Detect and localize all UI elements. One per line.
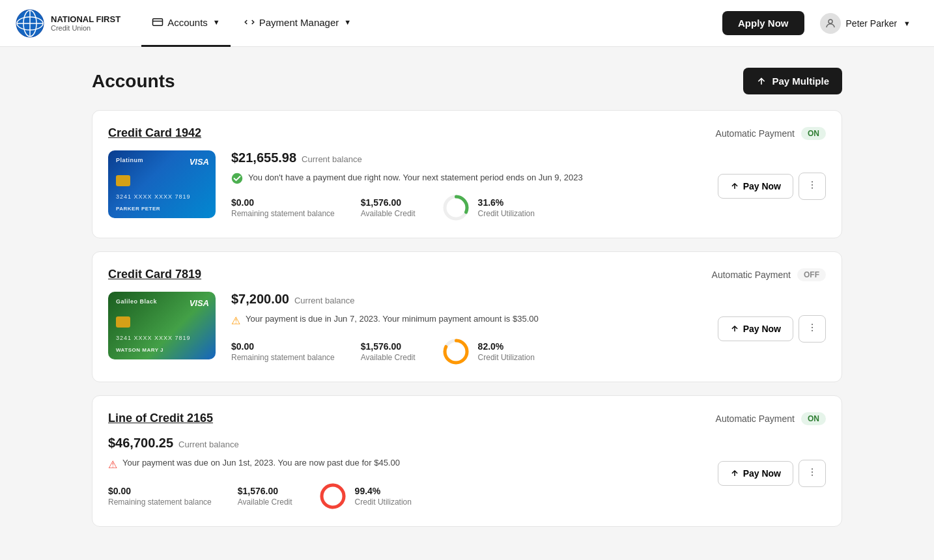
payment-manager-icon (244, 16, 255, 28)
more-options-button[interactable] (799, 315, 826, 343)
actions-row: Pay Now (718, 460, 826, 487)
utilization-label: Credit Utilization (478, 353, 535, 362)
user-avatar (820, 13, 841, 34)
card-info: $46,700.25 Current balance ⚠ Your paymen… (108, 436, 686, 510)
payment-manager-chevron: ▼ (344, 18, 351, 26)
card-type-label: Platinum (116, 157, 143, 163)
navbar: NATIONAL FIRST Credit Union Accounts ▼ P… (0, 0, 934, 47)
auto-payment-status: Automatic Payment ON (716, 412, 826, 425)
auto-payment-status: Automatic Payment OFF (712, 268, 826, 281)
notice-icon: ⚠ (231, 314, 240, 328)
available-credit-stat: $1,576.00 Available Credit (361, 197, 416, 218)
card-number-label: 3241 XXXX XXXX 7819 (116, 335, 191, 341)
current-balance: $46,700.25 (108, 436, 173, 451)
svg-point-15 (812, 188, 813, 189)
stats-row: $0.00 Remaining statement balance $1,576… (231, 337, 686, 366)
card-title[interactable]: Line of Credit 2165 (108, 412, 213, 425)
current-balance-label: Current balance (178, 440, 239, 449)
card-network-label: VISA (190, 157, 209, 167)
remaining-balance-label: Remaining statement balance (108, 497, 212, 507)
available-credit-label: Available Credit (361, 209, 416, 218)
card-body-row: Galileo Black VISA 3241 XXXX XXXX 7819 W… (108, 292, 826, 366)
svg-point-26 (812, 471, 813, 473)
auto-payment-toggle[interactable]: OFF (797, 268, 826, 281)
pay-now-button[interactable]: Pay Now (718, 316, 793, 341)
user-menu[interactable]: Peter Parker ▼ (812, 8, 918, 39)
card-chip (116, 175, 130, 186)
accounts-icon (152, 16, 163, 28)
more-options-button[interactable] (799, 173, 826, 200)
current-balance-label: Current balance (294, 296, 355, 305)
nav-payment-manager[interactable]: Payment Manager ▼ (233, 0, 361, 47)
card-info: $21,655.98 Current balance You don't hav… (231, 150, 686, 222)
notice-icon: ⚠ (108, 458, 117, 472)
more-icon (807, 467, 817, 477)
pay-now-icon (730, 324, 739, 333)
pay-now-icon (730, 469, 739, 478)
card-title[interactable]: Credit Card 7819 (108, 268, 201, 281)
utilization-label: Credit Utilization (478, 209, 535, 218)
pay-now-button[interactable]: Pay Now (718, 174, 793, 199)
svg-point-27 (812, 474, 813, 475)
card-header: Credit Card 7819 Automatic Payment OFF (108, 268, 826, 281)
remaining-balance-value: $0.00 (108, 486, 212, 496)
actions-row: Pay Now (718, 173, 826, 200)
notice-text: Your payment is due in Jun 7, 2023. Your… (246, 313, 539, 325)
remaining-balance-label: Remaining statement balance (231, 209, 335, 218)
svg-point-7 (828, 20, 832, 23)
auto-payment-label: Automatic Payment (712, 270, 791, 280)
utilization-donut (442, 193, 470, 222)
card-body-row: $46,700.25 Current balance ⚠ Your paymen… (108, 436, 826, 510)
credit-card-image: Galileo Black VISA 3241 XXXX XXXX 7819 W… (108, 292, 216, 359)
current-balance-label: Current balance (302, 154, 362, 164)
card-number-label: 3241 XXXX XXXX 7819 (116, 193, 191, 200)
user-menu-chevron: ▼ (903, 20, 911, 27)
notice-row: ⚠ Your payment is due in Jun 7, 2023. Yo… (231, 313, 686, 328)
svg-point-25 (812, 468, 813, 469)
auto-payment-label: Automatic Payment (716, 128, 795, 139)
card-holder-name: WATSON MARY J (116, 347, 163, 353)
remaining-balance-stat: $0.00 Remaining statement balance (108, 486, 212, 507)
card-title[interactable]: Credit Card 1942 (108, 126, 201, 140)
svg-point-14 (812, 184, 813, 186)
card-chip (116, 316, 130, 328)
pay-multiple-button[interactable]: Pay Multiple (743, 68, 842, 94)
available-credit-label: Available Credit (238, 497, 292, 507)
card-actions: Pay Now (718, 150, 826, 222)
auto-payment-status: Automatic Payment ON (716, 127, 826, 140)
more-options-button[interactable] (799, 460, 826, 487)
card-holder-name: PARKER PETER (116, 206, 160, 212)
card-actions: Pay Now (718, 436, 826, 510)
available-credit-stat: $1,576.00 Available Credit (361, 341, 416, 362)
more-icon (807, 180, 817, 190)
utilization-value: 82.0% (478, 341, 535, 352)
utilization-info: 31.6% Credit Utilization (478, 197, 535, 218)
brand-logo[interactable]: NATIONAL FIRST Credit Union (16, 9, 120, 38)
svg-point-21 (812, 330, 813, 331)
accounts-chevron: ▼ (213, 18, 220, 26)
brand-logo-icon (16, 9, 44, 38)
remaining-balance-value: $0.00 (231, 341, 335, 352)
stats-row: $0.00 Remaining statement balance $1,576… (108, 482, 686, 511)
card-header: Credit Card 1942 Automatic Payment ON (108, 126, 826, 140)
user-icon (825, 18, 836, 29)
balance-row: $46,700.25 Current balance (108, 436, 686, 451)
nav-right: Apply Now Peter Parker ▼ (722, 8, 918, 39)
available-credit-label: Available Credit (361, 353, 416, 362)
utilization-stat: 99.4% Credit Utilization (318, 482, 412, 511)
apply-now-button[interactable]: Apply Now (722, 11, 804, 35)
available-credit-value: $1,576.00 (238, 486, 292, 496)
pay-now-button[interactable]: Pay Now (718, 461, 793, 486)
utilization-info: 82.0% Credit Utilization (478, 341, 535, 362)
utilization-stat: 31.6% Credit Utilization (442, 193, 535, 222)
auto-payment-toggle[interactable]: ON (801, 412, 826, 425)
brand-name: NATIONAL FIRST Credit Union (51, 14, 120, 32)
nav-accounts[interactable]: Accounts ▼ (141, 0, 231, 47)
page-title: Accounts (92, 71, 175, 92)
user-name: Peter Parker (846, 18, 898, 29)
account-card: Credit Card 7819 Automatic Payment OFF G… (92, 251, 842, 382)
balance-row: $21,655.98 Current balance (231, 150, 686, 165)
auto-payment-toggle[interactable]: ON (801, 127, 826, 140)
notice-text: Your payment was due on Jun 1st, 2023. Y… (122, 457, 400, 469)
accounts-list: Credit Card 1942 Automatic Payment ON Pl… (92, 110, 842, 527)
